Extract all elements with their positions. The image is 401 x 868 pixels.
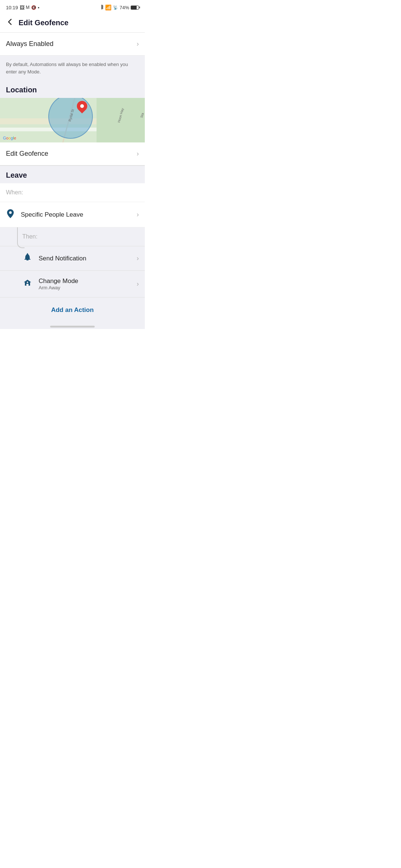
change-mode-sub: Arm Away [39, 285, 137, 290]
add-action-button[interactable]: Add an Action [51, 306, 94, 313]
signal-icon: 📡 [113, 5, 118, 10]
change-mode-title: Change Mode [39, 277, 137, 285]
leave-title: Leave [6, 171, 27, 179]
location-title: Location [6, 86, 37, 94]
mute-icon: 🔇 [31, 5, 36, 10]
mail-icon: M [26, 5, 30, 10]
specific-people-leave-label: Specific People Leave [21, 211, 137, 218]
always-enabled-row[interactable]: Always Enabled › [0, 33, 145, 56]
photo-icon: 🖼 [20, 5, 25, 10]
always-enabled-label: Always Enabled [6, 40, 53, 48]
specific-people-leave-chevron: › [137, 211, 139, 218]
map-background: Rydal St Hoon Hay Sta Google [0, 98, 145, 142]
change-mode-chevron: › [137, 280, 139, 288]
edit-geofence-chevron: › [137, 150, 139, 158]
location-section-header: Location [0, 80, 145, 98]
edit-geofence-row[interactable]: Edit Geofence › [0, 142, 145, 165]
google-logo: Google [3, 136, 16, 140]
battery-icon [131, 6, 139, 10]
leave-section-header: Leave [0, 165, 145, 183]
info-text: By default, Automations will always be e… [6, 62, 128, 75]
svg-rect-3 [26, 284, 29, 286]
back-button[interactable] [6, 18, 14, 28]
bluetooth-icon [100, 4, 104, 11]
house-icon [22, 279, 33, 289]
dot-icon: ● [38, 6, 40, 9]
edit-geofence-label: Edit Geofence [6, 150, 48, 158]
svg-point-4 [27, 282, 28, 283]
svg-point-0 [9, 211, 12, 214]
bracket-decoration [17, 227, 25, 248]
status-bar: 10:19 🖼 M 🔇 ● 📶 📡 74% [0, 0, 145, 13]
when-label: When: [0, 183, 145, 202]
app-header: Edit Geofence [0, 13, 145, 33]
send-notification-row[interactable]: Send Notification › [0, 246, 145, 270]
add-action-section[interactable]: Add an Action [0, 297, 145, 323]
svg-point-2 [27, 253, 28, 254]
change-mode-row[interactable]: Change Mode Arm Away › [0, 270, 145, 297]
svg-rect-1 [26, 260, 29, 260]
change-mode-text: Change Mode Arm Away [39, 277, 137, 290]
send-notification-title: Send Notification [39, 255, 137, 262]
map-area[interactable]: Rydal St Hoon Hay Sta Google [0, 98, 145, 142]
page-title: Edit Geofence [19, 19, 68, 27]
bell-icon [22, 253, 33, 264]
send-notification-text: Send Notification [39, 255, 137, 262]
send-notification-chevron: › [137, 254, 139, 262]
then-section: Then: Send Notification › Change Mode Ar… [0, 227, 145, 323]
home-bar [50, 326, 95, 328]
status-left: 10:19 🖼 M 🔇 ● [6, 5, 39, 10]
always-enabled-chevron: › [137, 40, 139, 48]
time: 10:19 [6, 5, 18, 10]
home-indicator [0, 323, 145, 329]
info-section: By default, Automations will always be e… [0, 56, 145, 80]
specific-people-leave-row[interactable]: Specific People Leave › [0, 202, 145, 227]
status-right: 📶 📡 74% [100, 4, 139, 11]
battery-percentage: 74% [120, 5, 129, 10]
location-pin-icon [6, 209, 15, 220]
wifi-icon: 📶 [105, 4, 111, 10]
